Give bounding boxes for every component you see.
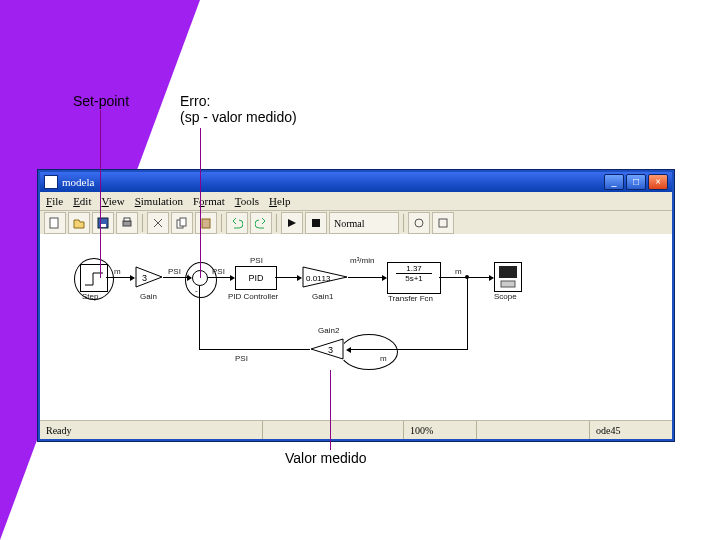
svg-rect-4 xyxy=(124,218,130,221)
toolbar-extra1[interactable] xyxy=(408,212,430,234)
label-scope: Scope xyxy=(494,292,517,301)
svg-rect-13 xyxy=(501,281,515,287)
open-button[interactable] xyxy=(68,212,90,234)
mode-select[interactable]: Normal xyxy=(329,212,399,234)
print-button[interactable] xyxy=(116,212,138,234)
annot-erro-l1: Erro: xyxy=(180,93,297,109)
tf-num: 1.37 xyxy=(388,263,440,273)
wire-fb-h2 xyxy=(199,349,310,350)
wire-gain1-tf xyxy=(348,277,386,278)
titlebar[interactable]: modela _ □ × xyxy=(40,172,672,192)
signal-mcub: m³/min xyxy=(350,256,374,265)
toolbar-extra2[interactable] xyxy=(432,212,454,234)
block-gain[interactable]: 3 xyxy=(135,266,163,288)
svg-text:0.0113: 0.0113 xyxy=(306,274,331,283)
label-tf: Transfer Fcn xyxy=(388,294,433,303)
signal-psi3: PSI xyxy=(250,256,263,265)
svg-rect-6 xyxy=(180,218,186,226)
window-title: modela xyxy=(62,176,94,188)
menu-help[interactable]: Help xyxy=(269,195,290,207)
svg-rect-7 xyxy=(202,219,210,228)
menu-edit[interactable]: Edit xyxy=(73,195,91,207)
cut-button[interactable] xyxy=(147,212,169,234)
svg-rect-0 xyxy=(50,218,58,228)
paste-button[interactable] xyxy=(195,212,217,234)
label-gain2: Gain2 xyxy=(318,326,339,335)
svg-text:3: 3 xyxy=(328,345,333,355)
new-button[interactable] xyxy=(44,212,66,234)
menubar: File Edit View Simulation Format Tools H… xyxy=(40,192,672,211)
status-solver: ode45 xyxy=(590,421,672,439)
svg-rect-10 xyxy=(439,219,447,227)
svg-rect-8 xyxy=(312,219,320,227)
block-transfer-fcn[interactable]: 1.37 5s+1 xyxy=(387,262,441,294)
redo-button[interactable] xyxy=(250,212,272,234)
menu-format[interactable]: Format xyxy=(193,195,225,207)
block-scope[interactable] xyxy=(494,262,522,292)
maximize-button[interactable]: □ xyxy=(626,174,646,190)
svg-rect-12 xyxy=(499,266,517,278)
copy-button[interactable] xyxy=(171,212,193,234)
annotation-valor-medido: Valor medido xyxy=(285,450,366,466)
signal-m2: m xyxy=(455,267,462,276)
signal-psi2: PSI xyxy=(212,267,225,276)
svg-point-9 xyxy=(415,219,423,227)
signal-m1: m xyxy=(114,267,121,276)
simulink-window: modela _ □ × File Edit View Simulation F… xyxy=(38,170,674,441)
annot-line-setpoint xyxy=(100,110,101,278)
menu-tools[interactable]: Tools xyxy=(235,195,259,207)
undo-button[interactable] xyxy=(226,212,248,234)
status-zoom: 100% xyxy=(404,421,477,439)
minimize-button[interactable]: _ xyxy=(604,174,624,190)
menu-simulation[interactable]: Simulation xyxy=(135,195,183,207)
menu-view[interactable]: View xyxy=(101,195,124,207)
save-button[interactable] xyxy=(92,212,114,234)
annot-line-erro xyxy=(200,128,201,278)
annotation-setpoint: Set-point xyxy=(73,93,129,109)
highlight-measured xyxy=(340,334,398,370)
wire-fb-down xyxy=(467,277,468,349)
block-pid[interactable]: PID xyxy=(235,266,277,290)
toolbar: Normal xyxy=(40,211,672,236)
block-gain2[interactable]: 3 xyxy=(310,338,344,360)
label-pid: PID Controller xyxy=(228,292,278,301)
annot-line-valor xyxy=(330,370,331,450)
close-button[interactable]: × xyxy=(648,174,668,190)
block-gain1[interactable]: 0.0113 xyxy=(302,266,348,288)
label-gain1: Gain1 xyxy=(312,292,333,301)
gain-value-text: 3 xyxy=(142,273,147,283)
menu-file[interactable]: File xyxy=(46,195,63,207)
run-button[interactable] xyxy=(281,212,303,234)
signal-psi1: PSI xyxy=(168,267,181,276)
annot-erro-l2: (sp - valor medido) xyxy=(180,109,297,125)
label-gain: Gain xyxy=(140,292,157,301)
signal-psi4: PSI xyxy=(235,354,248,363)
status-ready: Ready xyxy=(40,421,263,439)
statusbar: Ready 100% ode45 xyxy=(40,420,672,439)
wire-fb-up xyxy=(199,286,200,349)
highlight-step xyxy=(74,258,114,300)
tf-den: 5s+1 xyxy=(396,273,432,283)
svg-rect-3 xyxy=(123,221,131,226)
stop-button[interactable] xyxy=(305,212,327,234)
model-canvas[interactable]: Step m 3 Gain PSI + - PSI PID PID Contro… xyxy=(40,234,672,421)
annotation-erro: Erro: (sp - valor medido) xyxy=(180,93,297,125)
app-icon xyxy=(44,175,58,189)
